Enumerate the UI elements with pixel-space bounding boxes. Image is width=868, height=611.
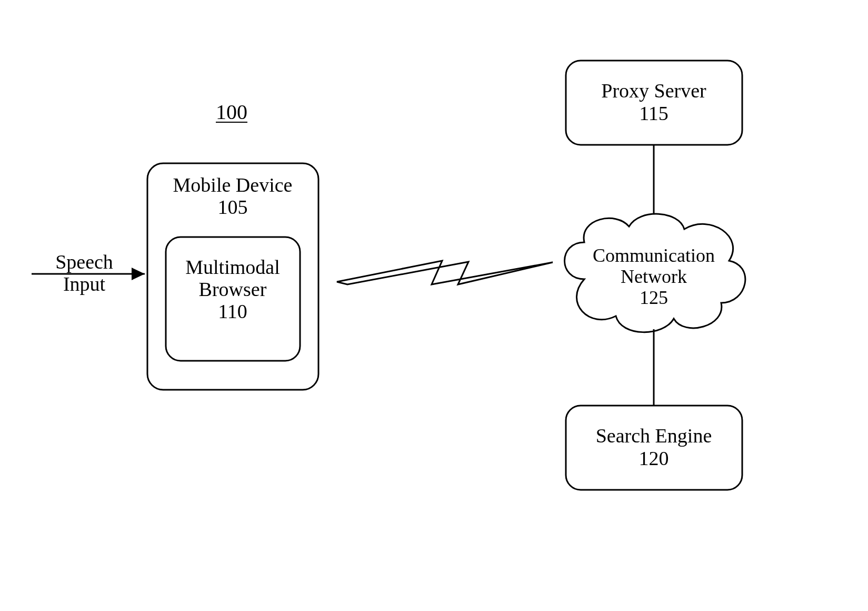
search-engine-title: Search Engine (596, 425, 712, 447)
mobile-device-ref: 105 (218, 196, 248, 218)
comm-network-title-1: Communication (593, 245, 715, 266)
proxy-server-ref: 115 (639, 102, 669, 124)
wireless-link-icon (337, 261, 553, 284)
comm-network-ref: 125 (640, 287, 668, 308)
system-diagram: 100 Speech Input Mobile Device 105 Multi… (0, 0, 868, 611)
comm-network-title-2: Network (621, 266, 687, 287)
proxy-server-title: Proxy Server (601, 80, 706, 102)
multimodal-browser-ref: 110 (218, 300, 247, 322)
multimodal-browser-title-2: Browser (199, 278, 267, 300)
speech-input-label-line2: Input (63, 273, 106, 295)
search-engine-ref: 120 (639, 447, 669, 469)
mobile-device-title: Mobile Device (173, 174, 293, 196)
arrowhead-icon (132, 268, 145, 280)
multimodal-browser-title-1: Multimodal (185, 256, 280, 278)
figure-ref-label: 100 (216, 100, 247, 124)
speech-input-label-line1: Speech (55, 251, 113, 273)
